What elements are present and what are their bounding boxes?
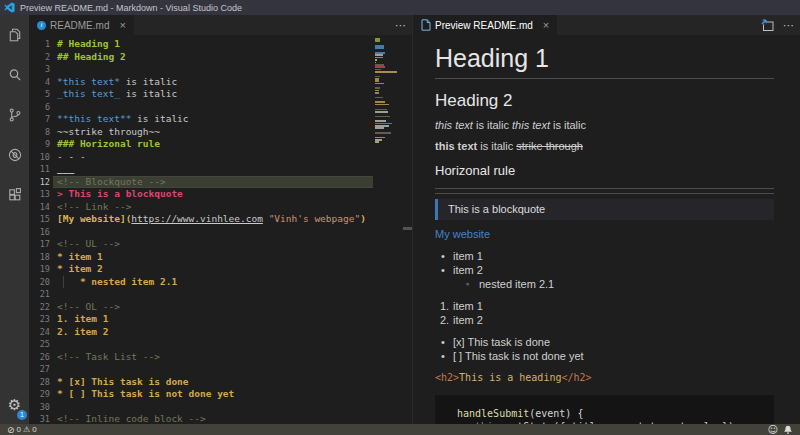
editor-tab-bar: README.md	[29, 15, 412, 35]
preview-link[interactable]: My website	[435, 228, 490, 240]
window-title: Preview README.md - Markdown - Visual St…	[20, 3, 242, 13]
errors-count: 0	[17, 425, 21, 434]
activity-bar: 1	[0, 15, 29, 424]
preview-heading: Heading 2	[435, 91, 774, 111]
code-line[interactable]: 10- - -	[29, 151, 412, 164]
problems-indicator[interactable]: 0 0	[7, 425, 37, 435]
warnings-count: 0	[32, 425, 36, 434]
list-item: ◦nested item 2.1	[435, 277, 774, 291]
code-line[interactable]: 1# Heading 1	[29, 38, 412, 51]
preview-paragraph: <h2>This is a heading</h2>	[435, 371, 774, 384]
notifications-bell-icon[interactable]	[783, 425, 793, 435]
more-actions-icon[interactable]	[783, 19, 794, 32]
search-icon[interactable]	[0, 55, 29, 95]
code-line[interactable]: 17<!-- UL -->	[29, 238, 412, 251]
minimap-line	[375, 71, 397, 73]
code-line[interactable]: 242. item 2	[29, 326, 412, 339]
minimap-line	[375, 132, 391, 134]
code-line[interactable]: 26<!-- Task List -->	[29, 351, 412, 364]
readme-file-icon	[37, 21, 46, 30]
markdown-preview-file-icon	[421, 19, 431, 31]
list-item: •[ ] This task is not done yet	[435, 349, 774, 363]
minimap-line	[375, 104, 389, 106]
title-bar: Preview README.md - Markdown - Visual St…	[0, 0, 800, 15]
list-item: 1.item 1	[435, 299, 774, 313]
tab-preview-readme[interactable]: Preview README.md	[413, 15, 557, 35]
explorer-icon[interactable]	[0, 15, 29, 55]
list-item: •item 2	[435, 263, 774, 277]
code-line[interactable]: 4*this text* is italic	[29, 76, 412, 89]
minimap-line	[375, 97, 383, 99]
preview-content[interactable]: Heading 1Heading 2this text is italic th…	[413, 35, 800, 424]
preview-paragraph: this text is italic this text is italic	[435, 119, 774, 132]
minimap-line	[375, 116, 390, 118]
code-line[interactable]: 21	[29, 288, 412, 301]
vscode-logo-icon	[4, 2, 15, 13]
preview-unordered-list: •item 1•item 2◦nested item 2.1	[435, 249, 774, 291]
status-bar: 0 0	[0, 424, 800, 435]
minimap-line	[375, 40, 380, 42]
code-line[interactable]: 2## Heading 2	[29, 51, 412, 64]
code-lines: 1# Heading 12## Heading 234*this text* i…	[29, 38, 412, 424]
preview-heading: Heading 1	[435, 45, 774, 79]
settings-gear-icon[interactable]: 1	[0, 388, 29, 422]
preview-paragraph: My website	[435, 228, 774, 241]
code-line[interactable]: 3	[29, 63, 412, 76]
preview-heading: Horizonal rule	[435, 163, 774, 178]
code-line[interactable]: 6	[29, 101, 412, 114]
minimap-line	[375, 141, 379, 143]
list-item: 2.item 2	[435, 313, 774, 327]
more-actions-icon[interactable]	[395, 19, 406, 32]
code-line[interactable]: 30	[29, 401, 412, 414]
minimap-line	[375, 127, 384, 129]
preview-unordered-list: •[x] This task is done•[ ] This task is …	[435, 335, 774, 363]
code-line[interactable]: 18* item 1	[29, 251, 412, 264]
split-editor-icon[interactable]	[761, 19, 774, 32]
editor-group-source: README.md 1# Heading 12## Heading 234*th…	[29, 15, 412, 424]
code-line[interactable]: 8~~strike through~~	[29, 126, 412, 139]
settings-badge: 1	[17, 410, 27, 420]
code-line[interactable]: 25	[29, 338, 412, 351]
minimap-line	[375, 83, 384, 85]
minimap-line	[375, 47, 384, 49]
minimap-line	[375, 92, 379, 94]
code-line[interactable]: 16	[29, 226, 412, 239]
code-editor[interactable]: 1# Heading 12## Heading 234*this text* i…	[29, 35, 412, 424]
preview-hr	[435, 193, 774, 194]
code-line[interactable]: 231. item 1	[29, 313, 412, 326]
preview-hr	[435, 188, 774, 189]
preview-paragraph: this text is italic strike through	[435, 140, 774, 153]
warnings-icon	[23, 425, 30, 434]
code-line[interactable]: 27	[29, 363, 412, 376]
code-line[interactable]: 15[My website](https://www.vinhlee.com "…	[29, 213, 412, 226]
source-control-icon[interactable]	[0, 95, 29, 135]
code-line[interactable]: 20 * nested item 2.1	[29, 276, 412, 289]
close-tab-icon[interactable]	[543, 20, 549, 31]
tab-readme[interactable]: README.md	[29, 15, 134, 35]
errors-icon	[7, 425, 15, 435]
code-line[interactable]: 28* [x] This task is done	[29, 376, 412, 389]
preview-tab-bar: Preview README.md	[413, 15, 800, 35]
feedback-smiley-icon[interactable]	[768, 424, 778, 435]
preview-blockquote: This is a blockquote	[435, 199, 774, 220]
code-line[interactable]: 19* item 2	[29, 263, 412, 276]
code-line[interactable]: 13> This is a blockquote	[29, 188, 412, 201]
debug-icon[interactable]	[0, 135, 29, 175]
code-line[interactable]: 14<!-- Link -->	[29, 201, 412, 214]
code-line[interactable]: 12<!-- Blockquote -->	[29, 176, 412, 189]
code-line[interactable]: 9### Horizonal rule	[29, 138, 412, 151]
preview-code-block: handleSubmit(event) { this.setState({ ti…	[435, 395, 774, 424]
overview-ruler-marker	[403, 227, 412, 230]
code-line[interactable]: 11___	[29, 163, 412, 176]
extensions-icon[interactable]	[0, 175, 29, 215]
code-line[interactable]: 5_this text_ is italic	[29, 88, 412, 101]
editor-group-preview: Preview README.md Heading 1Heading 2this…	[412, 15, 800, 424]
preview-ordered-list: 1.item 12.item 2	[435, 299, 774, 327]
code-line[interactable]: 7**this text** is italic	[29, 113, 412, 126]
code-line[interactable]: 31<!-- Inline code block -->	[29, 413, 412, 424]
minimap[interactable]	[373, 38, 397, 424]
code-line[interactable]: 29* [ ] This task is not done yet	[29, 388, 412, 401]
list-item: •[x] This task is done	[435, 335, 774, 349]
code-line[interactable]: 22<!-- OL -->	[29, 301, 412, 314]
close-tab-icon[interactable]	[119, 20, 125, 31]
